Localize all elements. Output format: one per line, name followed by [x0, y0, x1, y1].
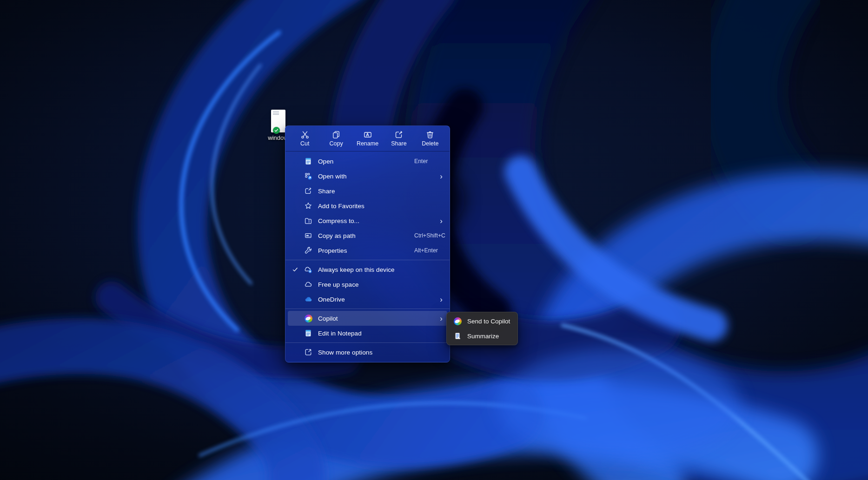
shortcut-label: Alt+Enter — [414, 247, 438, 254]
document-text-lines — [273, 112, 279, 116]
context-menu: Cut Copy Rename Share — [285, 125, 450, 362]
menu-list: Open Enter Open with › — [285, 151, 450, 362]
scissors-icon — [300, 130, 310, 139]
copilot-icon — [301, 315, 315, 322]
chevron-right-icon: › — [437, 296, 445, 303]
chevron-right-icon: › — [437, 172, 445, 180]
chevron-right-icon: › — [437, 315, 445, 322]
menu-separator — [285, 309, 450, 309]
copy-path-icon — [301, 231, 315, 240]
zip-folder-icon — [301, 217, 315, 225]
cloud-download-icon — [301, 265, 315, 274]
onedrive-synced-badge-icon — [273, 127, 280, 134]
notepad-icon — [301, 329, 315, 337]
shortcut-label: Ctrl+Shift+C — [414, 232, 445, 239]
submenu-item-send-to-copilot[interactable]: Send to Copilot — [449, 314, 516, 329]
share-icon — [394, 130, 404, 139]
copy-icon — [331, 130, 341, 139]
rename-icon — [363, 130, 372, 139]
notepad-icon — [301, 157, 315, 165]
shortcut-label: Enter — [414, 158, 428, 164]
menu-item-edit-in-notepad[interactable]: Edit in Notepad — [288, 326, 447, 341]
checkmark-icon — [289, 266, 301, 273]
menu-item-share[interactable]: Share — [288, 184, 447, 198]
menu-item-add-to-favorites[interactable]: Add to Favorites — [288, 198, 447, 213]
summarize-doc-icon — [451, 332, 464, 340]
menu-item-properties[interactable]: Properties Alt+Enter — [288, 243, 447, 258]
desktop: window Cut Copy Rename — [0, 0, 868, 480]
trash-icon — [425, 130, 435, 139]
cloud-icon — [301, 280, 315, 289]
open-with-icon — [301, 172, 315, 180]
menu-item-copy-as-path[interactable]: Copy as path Ctrl+Shift+C — [288, 228, 447, 243]
menu-item-onedrive[interactable]: OneDrive › — [288, 292, 447, 307]
delete-button[interactable]: Delete — [415, 128, 446, 149]
star-icon — [301, 202, 315, 210]
quick-actions-row: Cut Copy Rename Share — [285, 126, 450, 151]
copilot-icon — [451, 317, 464, 325]
menu-item-copilot[interactable]: Copilot › — [288, 311, 447, 326]
menu-separator — [285, 342, 450, 343]
show-more-icon — [301, 348, 315, 356]
text-file-icon — [271, 110, 285, 132]
chevron-right-icon: › — [437, 217, 445, 225]
copy-button[interactable]: Copy — [320, 128, 351, 149]
menu-item-open[interactable]: Open Enter — [288, 154, 447, 169]
cut-button[interactable]: Cut — [289, 128, 320, 149]
onedrive-icon — [301, 295, 315, 303]
rename-button[interactable]: Rename — [352, 128, 383, 149]
menu-item-free-up-space[interactable]: Free up space — [288, 277, 447, 292]
wrench-icon — [301, 246, 315, 255]
share-icon — [301, 187, 315, 195]
menu-item-compress-to[interactable]: Compress to... › — [288, 213, 447, 228]
menu-item-show-more-options[interactable]: Show more options — [288, 345, 447, 360]
menu-item-open-with[interactable]: Open with › — [288, 169, 447, 184]
share-button[interactable]: Share — [383, 128, 414, 149]
submenu-item-summarize[interactable]: Summarize — [449, 329, 516, 343]
menu-separator — [285, 260, 450, 260]
menu-item-always-keep-on-device[interactable]: Always keep on this device — [288, 262, 447, 277]
copilot-submenu: Send to Copilot Summarize — [446, 312, 518, 345]
